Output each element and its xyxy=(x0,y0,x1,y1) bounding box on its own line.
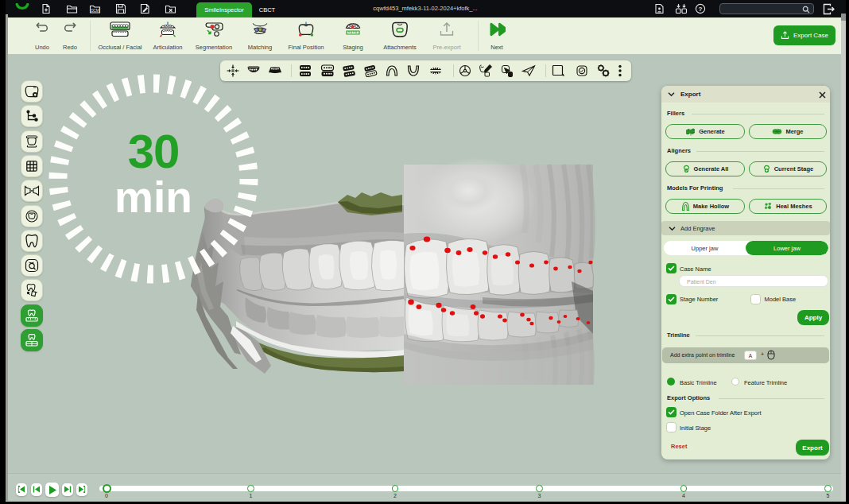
svg-text:DCM: DCM xyxy=(91,9,99,13)
svg-text:?: ? xyxy=(699,6,703,13)
